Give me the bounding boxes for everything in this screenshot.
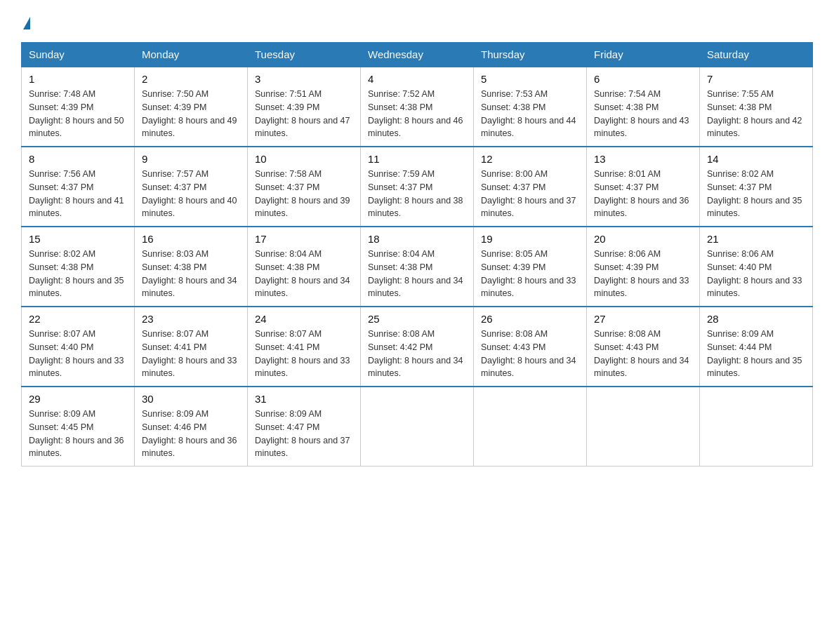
day-number: 28 <box>707 313 805 325</box>
calendar-week-row: 22 Sunrise: 8:07 AM Sunset: 4:40 PM Dayl… <box>22 307 813 387</box>
day-number: 21 <box>707 233 805 245</box>
day-number: 5 <box>481 73 579 85</box>
calendar-cell: 11 Sunrise: 7:59 AM Sunset: 4:37 PM Dayl… <box>361 147 474 227</box>
day-info: Sunrise: 7:52 AM Sunset: 4:38 PM Dayligh… <box>368 88 466 140</box>
day-info: Sunrise: 7:51 AM Sunset: 4:39 PM Dayligh… <box>255 88 353 140</box>
calendar-cell: 19 Sunrise: 8:05 AM Sunset: 4:39 PM Dayl… <box>474 227 587 307</box>
day-number: 2 <box>142 73 240 85</box>
calendar-cell: 16 Sunrise: 8:03 AM Sunset: 4:38 PM Dayl… <box>135 227 248 307</box>
calendar-week-row: 1 Sunrise: 7:48 AM Sunset: 4:39 PM Dayli… <box>22 67 813 147</box>
calendar-cell: 21 Sunrise: 8:06 AM Sunset: 4:40 PM Dayl… <box>700 227 813 307</box>
calendar-cell: 29 Sunrise: 8:09 AM Sunset: 4:45 PM Dayl… <box>22 387 135 467</box>
day-info: Sunrise: 7:55 AM Sunset: 4:38 PM Dayligh… <box>707 88 805 140</box>
calendar-cell: 30 Sunrise: 8:09 AM Sunset: 4:46 PM Dayl… <box>135 387 248 467</box>
day-number: 10 <box>255 153 353 165</box>
day-number: 14 <box>707 153 805 165</box>
day-info: Sunrise: 7:56 AM Sunset: 4:37 PM Dayligh… <box>29 168 127 220</box>
page-header <box>21 14 813 28</box>
calendar-week-row: 8 Sunrise: 7:56 AM Sunset: 4:37 PM Dayli… <box>22 147 813 227</box>
day-info: Sunrise: 8:07 AM Sunset: 4:41 PM Dayligh… <box>142 328 240 380</box>
calendar-cell <box>587 387 700 467</box>
day-info: Sunrise: 8:01 AM Sunset: 4:37 PM Dayligh… <box>594 168 692 220</box>
calendar-header-row: Sunday Monday Tuesday Wednesday Thursday… <box>22 43 813 67</box>
col-wednesday: Wednesday <box>361 43 474 67</box>
calendar-cell: 7 Sunrise: 7:55 AM Sunset: 4:38 PM Dayli… <box>700 67 813 147</box>
day-number: 3 <box>255 73 353 85</box>
calendar-cell: 25 Sunrise: 8:08 AM Sunset: 4:42 PM Dayl… <box>361 307 474 387</box>
day-number: 19 <box>481 233 579 245</box>
day-info: Sunrise: 8:07 AM Sunset: 4:41 PM Dayligh… <box>255 328 353 380</box>
calendar-cell: 28 Sunrise: 8:09 AM Sunset: 4:44 PM Dayl… <box>700 307 813 387</box>
calendar-cell: 26 Sunrise: 8:08 AM Sunset: 4:43 PM Dayl… <box>474 307 587 387</box>
day-info: Sunrise: 8:03 AM Sunset: 4:38 PM Dayligh… <box>142 248 240 300</box>
col-friday: Friday <box>587 43 700 67</box>
day-info: Sunrise: 8:02 AM Sunset: 4:37 PM Dayligh… <box>707 168 805 220</box>
day-number: 20 <box>594 233 692 245</box>
day-info: Sunrise: 7:50 AM Sunset: 4:39 PM Dayligh… <box>142 88 240 140</box>
day-number: 27 <box>594 313 692 325</box>
calendar-cell: 24 Sunrise: 8:07 AM Sunset: 4:41 PM Dayl… <box>248 307 361 387</box>
day-info: Sunrise: 8:08 AM Sunset: 4:43 PM Dayligh… <box>594 328 692 380</box>
day-number: 1 <box>29 73 127 85</box>
calendar-table: Sunday Monday Tuesday Wednesday Thursday… <box>21 42 813 467</box>
calendar-week-row: 15 Sunrise: 8:02 AM Sunset: 4:38 PM Dayl… <box>22 227 813 307</box>
day-info: Sunrise: 7:54 AM Sunset: 4:38 PM Dayligh… <box>594 88 692 140</box>
day-number: 25 <box>368 313 466 325</box>
day-info: Sunrise: 8:05 AM Sunset: 4:39 PM Dayligh… <box>481 248 579 300</box>
calendar-cell: 15 Sunrise: 8:02 AM Sunset: 4:38 PM Dayl… <box>22 227 135 307</box>
calendar-cell: 8 Sunrise: 7:56 AM Sunset: 4:37 PM Dayli… <box>22 147 135 227</box>
day-info: Sunrise: 8:08 AM Sunset: 4:43 PM Dayligh… <box>481 328 579 380</box>
day-number: 31 <box>255 393 353 405</box>
day-number: 17 <box>255 233 353 245</box>
calendar-cell: 23 Sunrise: 8:07 AM Sunset: 4:41 PM Dayl… <box>135 307 248 387</box>
day-number: 11 <box>368 153 466 165</box>
calendar-cell: 14 Sunrise: 8:02 AM Sunset: 4:37 PM Dayl… <box>700 147 813 227</box>
calendar-cell: 17 Sunrise: 8:04 AM Sunset: 4:38 PM Dayl… <box>248 227 361 307</box>
calendar-cell: 31 Sunrise: 8:09 AM Sunset: 4:47 PM Dayl… <box>248 387 361 467</box>
day-info: Sunrise: 8:04 AM Sunset: 4:38 PM Dayligh… <box>255 248 353 300</box>
day-number: 24 <box>255 313 353 325</box>
day-info: Sunrise: 8:09 AM Sunset: 4:47 PM Dayligh… <box>255 408 353 460</box>
calendar-cell <box>361 387 474 467</box>
calendar-cell: 2 Sunrise: 7:50 AM Sunset: 4:39 PM Dayli… <box>135 67 248 147</box>
day-info: Sunrise: 8:09 AM Sunset: 4:46 PM Dayligh… <box>142 408 240 460</box>
col-tuesday: Tuesday <box>248 43 361 67</box>
calendar-cell: 20 Sunrise: 8:06 AM Sunset: 4:39 PM Dayl… <box>587 227 700 307</box>
calendar-cell: 22 Sunrise: 8:07 AM Sunset: 4:40 PM Dayl… <box>22 307 135 387</box>
calendar-cell: 1 Sunrise: 7:48 AM Sunset: 4:39 PM Dayli… <box>22 67 135 147</box>
logo-triangle-icon <box>23 17 30 29</box>
day-info: Sunrise: 7:53 AM Sunset: 4:38 PM Dayligh… <box>481 88 579 140</box>
calendar-cell <box>474 387 587 467</box>
day-number: 4 <box>368 73 466 85</box>
day-info: Sunrise: 8:09 AM Sunset: 4:44 PM Dayligh… <box>707 328 805 380</box>
calendar-cell <box>700 387 813 467</box>
day-number: 9 <box>142 153 240 165</box>
col-sunday: Sunday <box>22 43 135 67</box>
calendar-cell: 6 Sunrise: 7:54 AM Sunset: 4:38 PM Dayli… <box>587 67 700 147</box>
day-number: 30 <box>142 393 240 405</box>
day-info: Sunrise: 7:48 AM Sunset: 4:39 PM Dayligh… <box>29 88 127 140</box>
day-number: 18 <box>368 233 466 245</box>
calendar-cell: 5 Sunrise: 7:53 AM Sunset: 4:38 PM Dayli… <box>474 67 587 147</box>
day-number: 29 <box>29 393 127 405</box>
day-number: 26 <box>481 313 579 325</box>
day-number: 22 <box>29 313 127 325</box>
day-number: 7 <box>707 73 805 85</box>
calendar-cell: 4 Sunrise: 7:52 AM Sunset: 4:38 PM Dayli… <box>361 67 474 147</box>
calendar-cell: 3 Sunrise: 7:51 AM Sunset: 4:39 PM Dayli… <box>248 67 361 147</box>
day-info: Sunrise: 7:59 AM Sunset: 4:37 PM Dayligh… <box>368 168 466 220</box>
day-info: Sunrise: 8:02 AM Sunset: 4:38 PM Dayligh… <box>29 248 127 300</box>
day-info: Sunrise: 8:07 AM Sunset: 4:40 PM Dayligh… <box>29 328 127 380</box>
day-info: Sunrise: 7:57 AM Sunset: 4:37 PM Dayligh… <box>142 168 240 220</box>
calendar-cell: 18 Sunrise: 8:04 AM Sunset: 4:38 PM Dayl… <box>361 227 474 307</box>
day-info: Sunrise: 8:08 AM Sunset: 4:42 PM Dayligh… <box>368 328 466 380</box>
calendar-cell: 13 Sunrise: 8:01 AM Sunset: 4:37 PM Dayl… <box>587 147 700 227</box>
day-number: 16 <box>142 233 240 245</box>
calendar-cell: 12 Sunrise: 8:00 AM Sunset: 4:37 PM Dayl… <box>474 147 587 227</box>
col-monday: Monday <box>135 43 248 67</box>
calendar-cell: 27 Sunrise: 8:08 AM Sunset: 4:43 PM Dayl… <box>587 307 700 387</box>
col-thursday: Thursday <box>474 43 587 67</box>
day-number: 12 <box>481 153 579 165</box>
day-info: Sunrise: 8:06 AM Sunset: 4:40 PM Dayligh… <box>707 248 805 300</box>
logo <box>21 14 30 28</box>
